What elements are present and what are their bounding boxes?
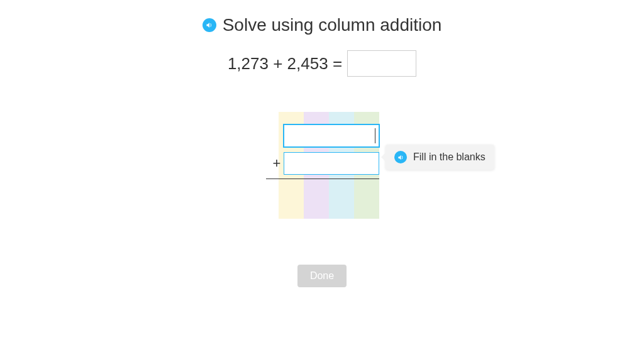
hint-tooltip: Fill in the blanks	[386, 145, 494, 170]
equation-expression: 1,273 + 2,453 =	[228, 54, 342, 74]
title-row: Solve using column addition	[203, 15, 442, 35]
text-caret	[375, 128, 375, 143]
column-addition: +	[265, 112, 379, 179]
audio-icon[interactable]	[394, 151, 407, 163]
exercise-container: Solve using column addition 1,273 + 2,45…	[0, 0, 644, 287]
audio-icon[interactable]	[203, 18, 216, 32]
sum-line	[266, 179, 379, 179]
addend-input-2[interactable]	[284, 152, 379, 175]
addend-input-1[interactable]	[284, 124, 379, 147]
answer-input[interactable]	[347, 50, 416, 77]
equation-row: 1,273 + 2,453 =	[228, 50, 416, 77]
plus-sign: +	[270, 155, 284, 172]
exercise-title: Solve using column addition	[223, 15, 442, 35]
addend-row-1	[265, 123, 379, 148]
addend-row-2: +	[265, 151, 379, 176]
hint-text: Fill in the blanks	[413, 151, 486, 163]
column-addition-area: + Fill in the blanks	[265, 112, 379, 183]
done-button[interactable]: Done	[297, 265, 347, 287]
